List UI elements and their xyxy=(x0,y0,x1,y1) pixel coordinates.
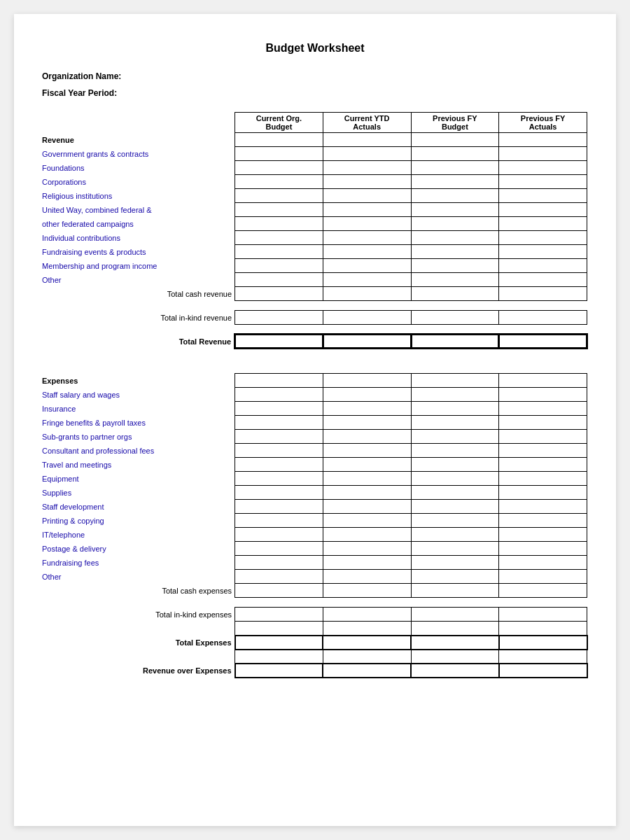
table-row: Staff salary and wages xyxy=(42,388,587,402)
spacer-row5 xyxy=(42,598,587,608)
spacer-row3 xyxy=(42,349,587,361)
spacer-row2 xyxy=(42,325,587,335)
label-col-header xyxy=(42,113,235,133)
table-row: Religious institutions xyxy=(42,189,587,203)
table-row: Printing & copying xyxy=(42,514,587,528)
total-inkind-expenses-label: Total in-kind expenses xyxy=(42,608,235,622)
table-row: Travel and meetings xyxy=(42,458,587,472)
revenue-header: Revenue xyxy=(42,133,235,147)
total-revenue-row: Total Revenue xyxy=(42,335,587,349)
table-row: Sub-grants to partner orgs xyxy=(42,430,587,444)
expenses-header-row: Expenses xyxy=(42,374,587,388)
total-cash-revenue-row: Total cash revenue xyxy=(42,287,587,301)
table-row: Government grants & contracts xyxy=(42,147,587,161)
table-row: other federated campaigns xyxy=(42,217,587,231)
table-header: Current Org. Budget Current YTD Actuals … xyxy=(42,113,587,133)
table-row: Supplies xyxy=(42,486,587,500)
table-row: IT/telephone xyxy=(42,528,587,542)
table-row: Fundraising fees xyxy=(42,556,587,570)
fiscal-year-label: Fiscal Year Period: xyxy=(42,88,588,98)
page: Budget Worksheet Organization Name: Fisc… xyxy=(14,14,616,826)
total-cash-expenses-row: Total cash expenses xyxy=(42,584,587,598)
table-row: Staff development xyxy=(42,500,587,514)
table-row: Consultant and professional fees xyxy=(42,444,587,458)
table-row: Fringe benefits & payroll taxes xyxy=(42,416,587,430)
page-title: Budget Worksheet xyxy=(42,42,588,55)
col1-header: Current Org. Budget xyxy=(235,113,323,133)
budget-table: Current Org. Budget Current YTD Actuals … xyxy=(42,112,588,678)
spacer-row4 xyxy=(42,361,587,374)
org-name-label: Organization Name: xyxy=(42,71,588,81)
table-row: Other xyxy=(42,570,587,584)
total-inkind-expenses-row: Total in-kind expenses xyxy=(42,608,587,622)
col2-header: Current YTD Actuals xyxy=(323,113,411,133)
expenses-header: Expenses xyxy=(42,374,235,388)
total-inkind-revenue-label: Total in-kind revenue xyxy=(42,311,235,325)
spacer-row xyxy=(42,301,587,311)
table-row xyxy=(42,650,587,664)
total-revenue-label: Total Revenue xyxy=(42,335,235,349)
table-row: Fundraising events & products xyxy=(42,245,587,259)
table-row: Foundations xyxy=(42,161,587,175)
table-row xyxy=(42,622,587,636)
total-expenses-row: Total Expenses xyxy=(42,636,587,650)
total-cash-revenue-label: Total cash revenue xyxy=(42,287,235,301)
col4-header: Previous FY Actuals xyxy=(499,113,587,133)
revenue-over-expenses-label: Revenue over Expenses xyxy=(42,664,235,678)
table-row: Corporations xyxy=(42,175,587,189)
total-inkind-revenue-row: Total in-kind revenue xyxy=(42,311,587,325)
revenue-over-expenses-row: Revenue over Expenses xyxy=(42,664,587,678)
table-row: Insurance xyxy=(42,402,587,416)
col3-header: Previous FY Budget xyxy=(411,113,499,133)
table-row: Other xyxy=(42,273,587,287)
table-row: Postage & delivery xyxy=(42,542,587,556)
table-row: Individual contributions xyxy=(42,231,587,245)
table-row: Membership and program income xyxy=(42,259,587,273)
revenue-header-row: Revenue xyxy=(42,133,587,147)
table-row: United Way, combined federal & xyxy=(42,203,587,217)
total-cash-expenses-label: Total cash expenses xyxy=(42,584,235,598)
table-row: Equipment xyxy=(42,472,587,486)
total-expenses-label: Total Expenses xyxy=(42,636,235,650)
